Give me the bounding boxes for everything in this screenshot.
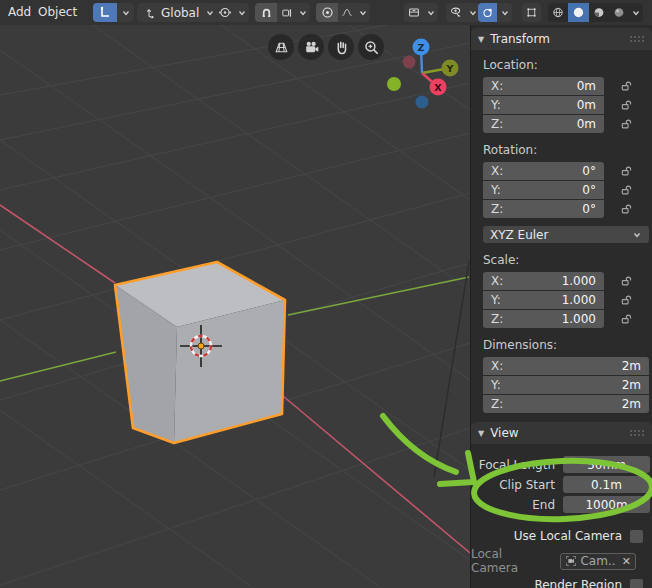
chevron-down-icon xyxy=(632,230,642,240)
dimensions-label: Dimensions: xyxy=(483,338,652,352)
location-x-field[interactable]: X: 0m xyxy=(483,77,604,95)
rotation-y-field[interactable]: Y: 0° xyxy=(483,181,604,199)
unlock-icon xyxy=(620,118,633,131)
snap-toggle-button[interactable] xyxy=(255,3,277,22)
snap-mode-button[interactable] xyxy=(277,3,296,22)
object-type-visibility-dropdown[interactable] xyxy=(404,3,438,22)
view-panel-title: View xyxy=(490,426,518,440)
gizmos-group xyxy=(478,3,512,22)
dimensions-y-field[interactable]: Y: 2m xyxy=(483,376,649,394)
show-gizmos-toggle[interactable] xyxy=(478,3,497,22)
shading-mode-group xyxy=(548,3,643,22)
collapse-triangle-icon[interactable]: ▼ xyxy=(478,429,484,438)
clear-camera-icon[interactable]: ✕ xyxy=(622,555,631,568)
gizmos-dropdown[interactable] xyxy=(497,3,512,22)
rotation-label: Rotation: xyxy=(483,143,652,157)
gizmo-orbit-icon xyxy=(481,6,494,20)
scale-y-field[interactable]: Y: 1.000 xyxy=(483,291,604,309)
3d-viewport[interactable]: Z Y X xyxy=(0,25,470,588)
shading-solid-button[interactable] xyxy=(568,3,589,22)
menu-object[interactable]: Object xyxy=(31,3,84,22)
grid-plane-icon xyxy=(273,39,290,56)
location-z-field[interactable]: Z: 0m xyxy=(483,115,604,133)
object-origin-dot xyxy=(198,343,204,349)
rotation-mode-dropdown[interactable]: XYZ Euler xyxy=(483,226,649,243)
show-overlays-toggle[interactable] xyxy=(522,3,541,22)
scale-x-field[interactable]: X: 1.000 xyxy=(483,272,604,290)
snap-dropdown[interactable] xyxy=(296,3,310,22)
local-camera-field[interactable]: Cam.. ✕ xyxy=(560,553,636,570)
drag-handle-icon[interactable] xyxy=(629,34,645,44)
cube-object[interactable] xyxy=(115,262,285,443)
location-label: Location: xyxy=(483,58,652,72)
lock-rotation-x-button[interactable] xyxy=(620,165,633,178)
lock-rotation-z-button[interactable] xyxy=(620,203,633,216)
viewport-header: Add Object G xyxy=(0,0,652,25)
drag-handle-icon[interactable] xyxy=(629,428,645,438)
gizmo-neg-z-ball[interactable] xyxy=(416,96,429,109)
rotation-z-field[interactable]: Z: 0° xyxy=(483,200,604,218)
chevron-down-icon xyxy=(358,8,368,18)
rotation-x-field[interactable]: X: 0° xyxy=(483,162,604,180)
scale-label: Scale: xyxy=(483,253,652,267)
proportional-edit-toggle[interactable] xyxy=(316,3,338,22)
lock-location-x-button[interactable] xyxy=(620,80,633,93)
viewport-scene: Z Y X xyxy=(0,25,470,588)
transform-panel-header[interactable]: ▼ Transform xyxy=(471,28,652,50)
shading-dropdown[interactable] xyxy=(629,3,643,22)
chevron-down-icon xyxy=(426,8,436,18)
dimensions-x-field[interactable]: X: 2m xyxy=(483,357,649,375)
lock-scale-x-button[interactable] xyxy=(620,275,633,288)
unlock-icon xyxy=(620,80,633,93)
lock-location-z-button[interactable] xyxy=(620,118,633,131)
gizmo-neg-x-ball[interactable] xyxy=(403,56,416,69)
lock-scale-z-button[interactable] xyxy=(620,313,633,326)
lock-location-y-button[interactable] xyxy=(620,99,633,112)
camera-view-button[interactable] xyxy=(298,34,324,60)
rendered-sphere-icon xyxy=(612,5,626,20)
falloff-button[interactable] xyxy=(338,3,356,22)
transform-orientation-dropdown[interactable]: Global xyxy=(137,3,217,22)
location-y-field[interactable]: Y: 0m xyxy=(483,96,604,114)
unlock-icon xyxy=(620,165,633,178)
visibility-dropdown[interactable] xyxy=(446,3,480,22)
shading-material-button[interactable] xyxy=(589,3,609,22)
shading-wireframe-button[interactable] xyxy=(548,3,568,22)
y-axis-line-right xyxy=(288,277,469,315)
gizmo-y-label: Y xyxy=(446,63,454,74)
clip-end-field[interactable]: 1000m xyxy=(563,496,650,513)
gizmo-neg-y-ball[interactable] xyxy=(387,77,401,91)
gizmo-z-label: Z xyxy=(418,42,425,53)
editor-mode-button[interactable] xyxy=(93,3,117,22)
solid-sphere-icon xyxy=(571,5,586,20)
navigation-gizmo[interactable]: Z Y X xyxy=(387,39,459,109)
shading-rendered-button[interactable] xyxy=(609,3,629,22)
lock-rotation-y-button[interactable] xyxy=(620,184,633,197)
pivot-point-dropdown[interactable] xyxy=(215,3,249,22)
clip-start-field[interactable]: 0.1m xyxy=(563,476,650,493)
toggle-perspective-button[interactable] xyxy=(268,34,294,60)
render-region-checkbox[interactable] xyxy=(630,579,643,588)
snap-group xyxy=(255,3,310,22)
wireframe-sphere-icon xyxy=(551,5,565,20)
chevron-down-icon xyxy=(237,8,247,18)
material-sphere-icon xyxy=(592,5,606,20)
editor-mode-dropdown[interactable] xyxy=(117,3,134,22)
axis-corner-icon xyxy=(97,5,113,21)
gizmo-x-label: X xyxy=(434,82,442,93)
focal-length-field[interactable]: 50mm xyxy=(563,456,650,473)
view-panel-header[interactable]: ▼ View xyxy=(471,422,652,444)
x-axis-line-right xyxy=(258,375,470,553)
use-local-camera-checkbox[interactable] xyxy=(630,530,643,543)
pan-view-button[interactable] xyxy=(328,34,354,60)
chevron-down-icon xyxy=(631,8,641,18)
dimensions-z-field[interactable]: Z: 2m xyxy=(483,395,649,413)
x-axis-line-left xyxy=(0,205,115,283)
zoom-view-button[interactable] xyxy=(358,34,384,60)
lock-scale-y-button[interactable] xyxy=(620,294,633,307)
collapse-triangle-icon[interactable]: ▼ xyxy=(478,35,484,44)
falloff-dropdown[interactable] xyxy=(356,3,370,22)
scale-z-field[interactable]: Z: 1.000 xyxy=(483,310,604,328)
editor-mode-group xyxy=(93,3,134,22)
chevron-down-icon xyxy=(500,8,510,18)
